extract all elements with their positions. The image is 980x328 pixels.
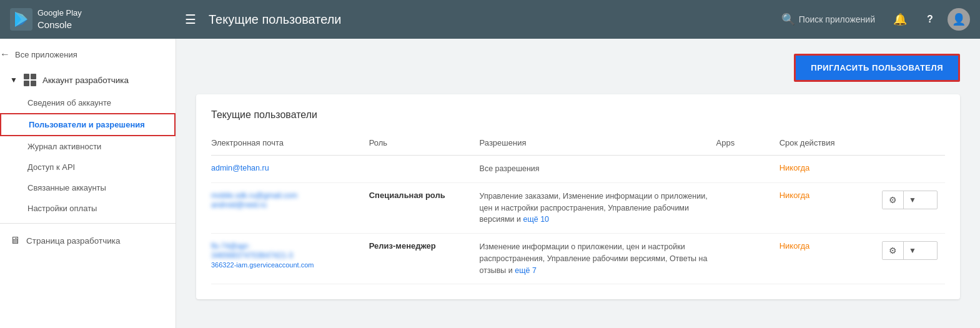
notification-icon: 🔔 bbox=[893, 12, 907, 26]
sidebar-item-account-info[interactable]: Сведения об аккаунте bbox=[0, 92, 176, 113]
sidebar-item-label: Пользователи и разрешения bbox=[29, 120, 145, 129]
sidebar: ← Все приложения ▼ Аккаунт разработчика … bbox=[0, 39, 176, 328]
user-role-cell: Релиз-менеджер bbox=[369, 234, 480, 284]
page-title-header: Текущие пользователи bbox=[209, 12, 766, 27]
sidebar-item-label: Связанные аккаунты bbox=[27, 183, 106, 192]
search-icon: 🔍 bbox=[781, 12, 795, 26]
top-header: Google Play Console ☰ Текущие пользовате… bbox=[0, 0, 980, 39]
user-actions-cell: ⚙ ▼ bbox=[882, 234, 945, 284]
user-expiry-cell: Никогда bbox=[780, 182, 882, 233]
content-area: ПРИГЛАСИТЬ ПОЛЬЗОВАТЕЛЯ Текущие пользова… bbox=[176, 39, 980, 328]
table-row: admin@tehan.ru Все разрешения Никогда bbox=[211, 156, 945, 183]
sidebar-section-label: Аккаунт разработчика bbox=[42, 76, 129, 85]
avatar-icon: 👤 bbox=[952, 12, 966, 26]
sidebar-item-api-access[interactable]: Доступ к API bbox=[0, 157, 176, 177]
table-row: mobile.sdk.ru@gmail.com android@neid.ru … bbox=[211, 182, 945, 233]
permission-text: Все разрешения bbox=[480, 164, 540, 173]
user-apps-cell bbox=[716, 234, 780, 284]
sidebar-item-label: Журнал активности bbox=[27, 142, 101, 151]
col-header-email: Электронная почта bbox=[211, 133, 369, 156]
user-email-cell: mobile.sdk.ru@gmail.com android@neid.ru bbox=[211, 182, 369, 233]
table-section-title: Текущие пользователи bbox=[211, 109, 945, 121]
user-permissions-cell: Управление заказами, Изменение информаци… bbox=[480, 182, 716, 233]
chevron-down-icon: ▼ bbox=[10, 76, 17, 84]
logo-text: Google Play Console bbox=[37, 8, 82, 31]
sidebar-item-label: Доступ к API bbox=[27, 162, 75, 172]
permission-text: Управление заказами, Изменение информаци… bbox=[480, 192, 708, 224]
notification-button[interactable]: 🔔 bbox=[888, 7, 913, 32]
action-gear-button[interactable]: ⚙ bbox=[883, 242, 904, 259]
invite-user-button[interactable]: ПРИГЛАСИТЬ ПОЛЬЗОВАТЕЛЯ bbox=[794, 54, 960, 82]
user-email-blurred-1: mobile.sdk.ru@gmail.com bbox=[211, 191, 297, 200]
user-email-link[interactable]: 366322-iam.gserviceaccount.com bbox=[211, 261, 314, 269]
search-label: Поиск приложений bbox=[799, 14, 875, 24]
users-table-card: Текущие пользователи Электронная почта Р… bbox=[196, 94, 960, 299]
col-header-actions bbox=[882, 133, 945, 156]
avatar-button[interactable]: 👤 bbox=[948, 8, 970, 31]
col-header-expiry: Срок действия bbox=[780, 133, 882, 156]
sidebar-item-activity-log[interactable]: Журнал активности bbox=[0, 136, 176, 157]
user-expiry-cell: Никогда bbox=[780, 234, 882, 284]
role-value: Релиз-менеджер bbox=[369, 241, 436, 251]
col-header-permissions: Разрешения bbox=[480, 133, 716, 156]
expiry-value: Никогда bbox=[780, 191, 810, 200]
sidebar-item-developer-page[interactable]: 🖥 Страница разработчика bbox=[0, 229, 176, 252]
permissions-more-link[interactable]: ещё 7 bbox=[515, 266, 537, 275]
sidebar-item-users-permissions[interactable]: Пользователи и разрешения bbox=[0, 113, 176, 136]
back-label: Все приложения bbox=[15, 50, 77, 59]
sidebar-item-linked-accounts[interactable]: Связанные аккаунты bbox=[0, 177, 176, 198]
back-arrow-icon: ← bbox=[0, 49, 10, 60]
action-gear-button[interactable]: ⚙ bbox=[883, 191, 904, 209]
sidebar-item-label: Страница разработчика bbox=[26, 236, 120, 246]
user-email-blurred-2: 346568374703647421-3 bbox=[211, 251, 293, 260]
action-button-group: ⚙ ▼ bbox=[882, 191, 938, 209]
user-role-cell bbox=[369, 156, 480, 183]
user-actions-cell bbox=[882, 156, 945, 183]
action-dropdown-button[interactable]: ▼ bbox=[904, 242, 921, 259]
user-permissions-cell: Изменение информации о приложении, цен и… bbox=[480, 234, 716, 284]
google-play-logo-icon bbox=[10, 8, 32, 31]
main-layout: ← Все приложения ▼ Аккаунт разработчика … bbox=[0, 39, 980, 328]
search-button[interactable]: 🔍 Поиск приложений bbox=[774, 9, 883, 30]
help-button[interactable]: ? bbox=[918, 7, 943, 32]
user-apps-cell bbox=[716, 182, 780, 233]
action-dropdown-button[interactable]: ▼ bbox=[904, 192, 921, 208]
user-actions-cell: ⚙ ▼ bbox=[882, 182, 945, 233]
col-header-apps: Apps bbox=[716, 133, 780, 156]
header-actions: 🔍 Поиск приложений 🔔 ? 👤 bbox=[774, 7, 970, 32]
role-value: Специальная роль bbox=[369, 191, 445, 200]
user-permissions-cell: Все разрешения bbox=[480, 156, 716, 183]
user-email-cell: fls-74@apr- 346568374703647421-3 366322-… bbox=[211, 234, 369, 284]
permission-text: Изменение информации о приложении, цен и… bbox=[480, 242, 708, 275]
invite-button-row: ПРИГЛАСИТЬ ПОЛЬЗОВАТЕЛЯ bbox=[196, 54, 960, 82]
user-role-cell: Специальная роль bbox=[369, 182, 480, 233]
help-icon: ? bbox=[927, 14, 933, 25]
hamburger-button[interactable]: ☰ bbox=[180, 7, 201, 32]
logo-area: Google Play Console bbox=[10, 8, 172, 31]
user-email-link[interactable]: admin@tehan.ru bbox=[211, 164, 269, 172]
permissions-more-link[interactable]: ещё 10 bbox=[523, 215, 549, 224]
expiry-value: Никогда bbox=[780, 163, 810, 172]
action-button-group: ⚙ ▼ bbox=[882, 241, 938, 260]
user-expiry-cell: Никогда bbox=[780, 156, 882, 183]
sidebar-item-label: Настройки оплаты bbox=[27, 204, 97, 213]
sidebar-item-payment-settings[interactable]: Настройки оплаты bbox=[0, 198, 176, 219]
table-row: fls-74@apr- 346568374703647421-3 366322-… bbox=[211, 234, 945, 284]
monitor-icon: 🖥 bbox=[10, 235, 20, 246]
user-email-blurred-1: fls-74@apr- bbox=[211, 242, 250, 251]
user-email-cell: admin@tehan.ru bbox=[211, 156, 369, 183]
sidebar-section-developer-account[interactable]: ▼ Аккаунт разработчика bbox=[0, 67, 176, 92]
user-apps-cell bbox=[716, 156, 780, 183]
grid-icon bbox=[24, 74, 36, 86]
user-email-blurred-2: android@neid.ru bbox=[211, 201, 267, 209]
back-to-apps-button[interactable]: ← Все приложения bbox=[0, 44, 176, 62]
sidebar-item-label: Сведения об аккаунте bbox=[27, 98, 111, 107]
users-table: Электронная почта Роль Разрешения Apps С… bbox=[211, 133, 945, 284]
col-header-role: Роль bbox=[369, 133, 480, 156]
expiry-value: Никогда bbox=[780, 241, 810, 251]
